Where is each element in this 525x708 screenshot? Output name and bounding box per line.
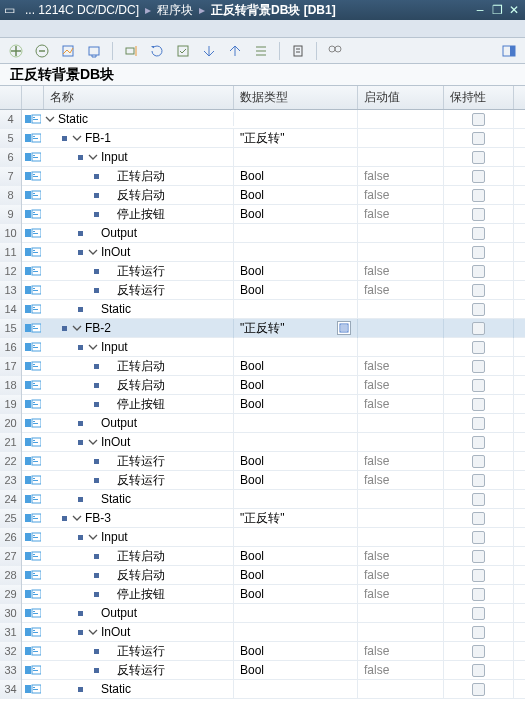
name-cell[interactable]: 反转启动 xyxy=(44,376,234,395)
row-number[interactable]: 19 xyxy=(0,395,22,414)
close-button[interactable]: ✕ xyxy=(507,3,521,17)
name-cell[interactable]: 正转启动 xyxy=(44,357,234,376)
datatype-cell[interactable]: Bool xyxy=(234,585,358,604)
datatype-cell[interactable]: Bool xyxy=(234,642,358,661)
retain-cell[interactable] xyxy=(444,604,514,623)
table-row[interactable]: 10Output xyxy=(0,224,525,243)
datatype-cell[interactable]: Bool xyxy=(234,167,358,186)
name-cell[interactable]: Output xyxy=(44,414,234,433)
row-number[interactable]: 26 xyxy=(0,528,22,547)
retain-cell[interactable] xyxy=(444,509,514,528)
table-row[interactable]: 23反转运行Boolfalse xyxy=(0,471,525,490)
startvalue-cell[interactable]: false xyxy=(358,547,444,566)
row-number[interactable]: 28 xyxy=(0,566,22,585)
retain-checkbox[interactable] xyxy=(472,379,485,392)
retain-checkbox[interactable] xyxy=(472,626,485,639)
retain-cell[interactable] xyxy=(444,661,514,680)
name-cell[interactable]: 反转启动 xyxy=(44,566,234,585)
name-cell[interactable]: 反转启动 xyxy=(44,186,234,205)
startvalue-cell[interactable] xyxy=(358,414,444,433)
row-number[interactable]: 34 xyxy=(0,680,22,699)
datatype-cell[interactable] xyxy=(234,243,358,262)
retain-checkbox[interactable] xyxy=(472,474,485,487)
row-number[interactable]: 12 xyxy=(0,262,22,281)
name-cell[interactable]: Static xyxy=(44,300,234,319)
breadcrumb-device[interactable]: ... 1214C DC/DC/DC] xyxy=(19,3,145,17)
col-name[interactable]: 名称 xyxy=(44,86,234,109)
name-cell[interactable]: 正转启动 xyxy=(44,547,234,566)
retain-cell[interactable] xyxy=(444,452,514,471)
toolbar-btn-7[interactable] xyxy=(173,41,193,61)
datatype-cell[interactable]: Bool xyxy=(234,205,358,224)
retain-cell[interactable] xyxy=(444,205,514,224)
retain-cell[interactable] xyxy=(444,680,514,699)
retain-checkbox[interactable] xyxy=(472,664,485,677)
table-row[interactable]: 16Input xyxy=(0,338,525,357)
name-cell[interactable]: Input xyxy=(44,528,234,547)
toolbar-btn-9[interactable] xyxy=(225,41,245,61)
variable-grid[interactable]: 名称 数据类型 启动值 保持性 4Static5FB-1"正反转"6Input7… xyxy=(0,86,525,708)
toolbar-btn-10[interactable] xyxy=(251,41,271,61)
row-number[interactable]: 18 xyxy=(0,376,22,395)
startvalue-cell[interactable]: false xyxy=(358,205,444,224)
datatype-cell[interactable]: Bool xyxy=(234,357,358,376)
retain-cell[interactable] xyxy=(444,471,514,490)
row-number[interactable]: 29 xyxy=(0,585,22,604)
expand-toggle[interactable] xyxy=(87,151,99,163)
table-row[interactable]: 8反转启动Boolfalse xyxy=(0,186,525,205)
name-cell[interactable]: InOut xyxy=(44,433,234,452)
retain-checkbox[interactable] xyxy=(472,550,485,563)
col-datatype[interactable]: 数据类型 xyxy=(234,86,358,109)
retain-checkbox[interactable] xyxy=(472,436,485,449)
retain-cell[interactable] xyxy=(444,338,514,357)
startvalue-cell[interactable] xyxy=(358,528,444,547)
retain-checkbox[interactable] xyxy=(472,227,485,240)
retain-cell[interactable] xyxy=(444,224,514,243)
retain-checkbox[interactable] xyxy=(472,322,485,335)
table-row[interactable]: 27正转启动Boolfalse xyxy=(0,547,525,566)
startvalue-cell[interactable] xyxy=(358,224,444,243)
name-cell[interactable]: 反转运行 xyxy=(44,471,234,490)
datatype-cell[interactable]: Bool xyxy=(234,566,358,585)
retain-checkbox[interactable] xyxy=(472,189,485,202)
retain-checkbox[interactable] xyxy=(472,360,485,373)
expand-toggle[interactable] xyxy=(87,341,99,353)
retain-cell[interactable] xyxy=(444,357,514,376)
toolbar-btn-4[interactable] xyxy=(84,41,104,61)
startvalue-cell[interactable]: false xyxy=(358,661,444,680)
startvalue-cell[interactable] xyxy=(358,129,444,148)
retain-checkbox[interactable] xyxy=(472,493,485,506)
startvalue-cell[interactable]: false xyxy=(358,642,444,661)
name-cell[interactable]: 停止按钮 xyxy=(44,205,234,224)
toolbar-btn-11[interactable] xyxy=(288,41,308,61)
startvalue-cell[interactable]: false xyxy=(358,566,444,585)
startvalue-cell[interactable] xyxy=(358,300,444,319)
expand-toggle[interactable] xyxy=(71,322,83,334)
name-cell[interactable]: 停止按钮 xyxy=(44,395,234,414)
name-cell[interactable]: 停止按钮 xyxy=(44,585,234,604)
retain-checkbox[interactable] xyxy=(472,417,485,430)
name-cell[interactable]: InOut xyxy=(44,623,234,642)
row-number[interactable]: 32 xyxy=(0,642,22,661)
retain-checkbox[interactable] xyxy=(472,588,485,601)
startvalue-cell[interactable] xyxy=(358,623,444,642)
row-number[interactable]: 5 xyxy=(0,129,22,148)
name-cell[interactable]: Output xyxy=(44,604,234,623)
retain-cell[interactable] xyxy=(444,433,514,452)
table-row[interactable]: 19停止按钮Boolfalse xyxy=(0,395,525,414)
retain-checkbox[interactable] xyxy=(472,512,485,525)
datatype-cell[interactable] xyxy=(234,528,358,547)
breadcrumb-block[interactable]: 正反转背景DB块 [DB1] xyxy=(205,2,342,19)
retain-checkbox[interactable] xyxy=(472,398,485,411)
retain-cell[interactable] xyxy=(444,129,514,148)
table-row[interactable]: 26Input xyxy=(0,528,525,547)
startvalue-cell[interactable]: false xyxy=(358,186,444,205)
datatype-cell[interactable]: Bool xyxy=(234,376,358,395)
row-number[interactable]: 14 xyxy=(0,300,22,319)
datatype-cell[interactable] xyxy=(234,433,358,452)
expand-toggle[interactable] xyxy=(87,436,99,448)
retain-checkbox[interactable] xyxy=(472,645,485,658)
table-row[interactable]: 7正转启动Boolfalse xyxy=(0,167,525,186)
restore-button[interactable]: ❐ xyxy=(490,3,504,17)
table-row[interactable]: 34Static xyxy=(0,680,525,699)
